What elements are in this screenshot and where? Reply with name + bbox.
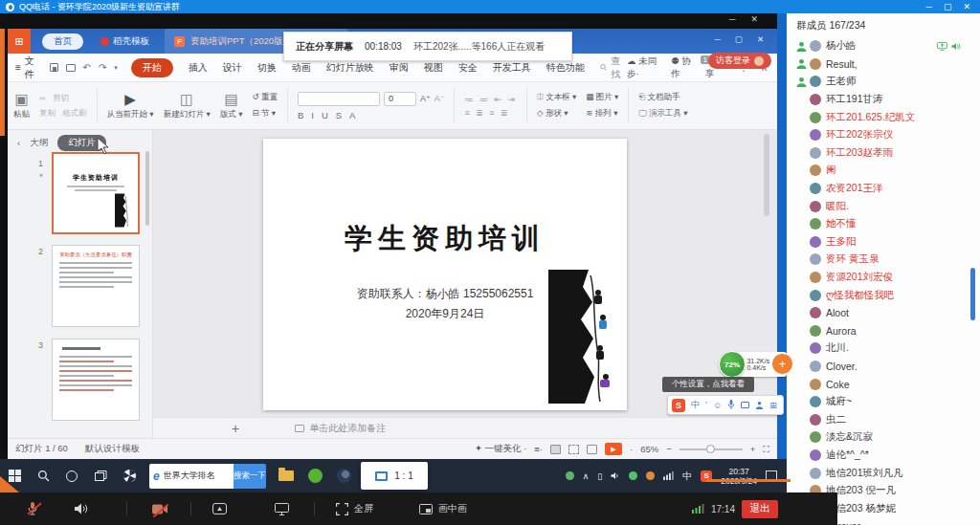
- picture-button[interactable]: ▦ 图片 ▾: [586, 92, 618, 103]
- slideshow-play-button[interactable]: ▶: [605, 443, 622, 455]
- member-row[interactable]: 地信201班刘凡凡: [787, 464, 980, 482]
- present-tools-button[interactable]: 🖵 演示工具 ▾: [638, 108, 687, 120]
- camera-muted-icon[interactable]: [152, 504, 167, 514]
- thumbnail-scrollbar[interactable]: [145, 151, 149, 226]
- slide-area-scrollbar[interactable]: [764, 134, 769, 216]
- format-painter-button[interactable]: 格式刷: [62, 108, 87, 120]
- member-row[interactable]: 资源201刘宏俊: [787, 269, 980, 287]
- share-close-icon[interactable]: ✕: [750, 14, 758, 24]
- copy-button[interactable]: 复制: [39, 108, 56, 120]
- guest-login-button[interactable]: 访客登录: [708, 53, 771, 69]
- font-family-select[interactable]: [298, 92, 380, 106]
- taskbar-search-input[interactable]: [164, 471, 223, 481]
- decrease-font-icon[interactable]: A⁻: [434, 94, 445, 103]
- soft-keyboard-icon[interactable]: [741, 402, 749, 408]
- tray-network-icon[interactable]: [663, 471, 674, 480]
- member-row[interactable]: 淡忘&沉寂: [787, 428, 980, 447]
- collab-button[interactable]: ⚉ 协作: [671, 55, 693, 80]
- layout-button[interactable]: ▤ 版式 ▾: [220, 86, 243, 125]
- reading-view-icon[interactable]: [587, 445, 597, 454]
- maximize-button[interactable]: ▢: [944, 2, 952, 11]
- member-row[interactable]: 环工201.625.纪凯文: [787, 108, 980, 126]
- share-screen-icon[interactable]: [212, 503, 227, 514]
- zoom-slider[interactable]: [679, 448, 743, 450]
- taskbar-search-bar[interactable]: e: [149, 464, 234, 489]
- menu-tab[interactable]: 插入: [189, 61, 208, 75]
- play-from-current-button[interactable]: ▶ 从当前开始 ▾: [107, 86, 154, 125]
- member-row[interactable]: 迪伦*^_^*: [787, 447, 980, 465]
- undo-icon[interactable]: ↶: [83, 62, 91, 73]
- tray-qq-icon[interactable]: [646, 471, 655, 480]
- format-button[interactable]: B: [298, 110, 303, 120]
- member-row[interactable]: 农资201王洋: [787, 180, 980, 198]
- slide-thumbnail-2[interactable]: 资助委员（生活委员兼任）职责: [52, 245, 140, 327]
- sync-status[interactable]: ☁ 未同步·: [627, 55, 658, 80]
- exit-call-button[interactable]: 退出: [742, 500, 778, 518]
- menu-tab[interactable]: 开发工具: [493, 61, 531, 75]
- skin-person-icon[interactable]: [755, 401, 764, 409]
- notes-toggle-icon[interactable]: ≡·: [534, 444, 543, 454]
- member-row[interactable]: 城府~: [787, 393, 980, 411]
- member-row[interactable]: Aloot: [787, 304, 980, 322]
- font-size-select[interactable]: 0: [384, 92, 416, 106]
- member-row[interactable]: ღ怪我都怪我吧: [787, 286, 980, 304]
- cut-icon[interactable]: ✂: [39, 94, 46, 103]
- tray-usb-icon[interactable]: [566, 471, 574, 480]
- slide-sorter-icon[interactable]: [568, 445, 579, 454]
- save-icon[interactable]: [50, 63, 58, 72]
- tray-battery-icon[interactable]: ▯: [597, 471, 602, 481]
- fullscreen-button[interactable]: 全屏: [336, 502, 373, 515]
- speaker-icon[interactable]: [75, 503, 88, 514]
- normal-view-icon[interactable]: [550, 445, 561, 454]
- menu-tab[interactable]: 动画: [292, 61, 311, 75]
- menu-tab[interactable]: 开始: [131, 58, 173, 77]
- panel-collapse-icon[interactable]: ‹: [17, 138, 20, 148]
- wps-minimize-button[interactable]: ─: [715, 34, 721, 44]
- add-slide-button[interactable]: +: [232, 421, 239, 436]
- design-template-label[interactable]: 默认设计模板: [85, 443, 140, 455]
- arrange-button[interactable]: ≋ 排列 ▾: [586, 108, 618, 120]
- menu-tab[interactable]: 特色功能: [546, 61, 585, 75]
- expand-panel-button[interactable]: +: [771, 353, 793, 375]
- print-icon[interactable]: [66, 64, 76, 72]
- member-row[interactable]: Coke: [787, 375, 980, 393]
- textbox-button[interactable]: ⎅ 文本框 ▾: [537, 92, 576, 103]
- member-row[interactable]: Clover.: [787, 358, 980, 376]
- taskbar-search-icon[interactable]: [29, 459, 57, 492]
- sogou-logo-icon[interactable]: S: [672, 399, 685, 412]
- menu-tab[interactable]: 切换: [257, 61, 277, 75]
- zoom-in-button[interactable]: +: [750, 444, 756, 454]
- whiteboard-icon[interactable]: [275, 503, 289, 515]
- tab-outline[interactable]: 大纲: [30, 137, 48, 149]
- taskbar-search-button[interactable]: 搜索一下: [234, 464, 266, 489]
- fit-window-icon[interactable]: ⛶: [763, 444, 769, 455]
- shape-button[interactable]: ◇ 形状 ▾: [537, 108, 576, 120]
- increase-font-icon[interactable]: A⁺: [420, 94, 431, 103]
- format-button[interactable]: S: [336, 110, 342, 120]
- app-circle-icon[interactable]: [329, 459, 358, 492]
- member-row[interactable]: 环工203赵孝雨: [787, 144, 980, 163]
- section-button[interactable]: ⊟ 节 ▾: [252, 108, 277, 120]
- member-row[interactable]: 暖阳.: [787, 197, 980, 215]
- wps-maximize-button[interactable]: ▢: [735, 34, 743, 44]
- zoom-slider-handle[interactable]: [706, 445, 715, 453]
- tray-ime-indicator[interactable]: 中: [682, 470, 692, 483]
- menu-tab[interactable]: 审阅: [390, 61, 409, 75]
- list-format-icons[interactable]: ≔ ≕ ⇤ ⇥: [464, 95, 517, 104]
- doc-assistant-button[interactable]: ⎗ 文档助手: [638, 92, 687, 103]
- menu-tab[interactable]: 视图: [424, 61, 443, 75]
- menu-tab[interactable]: 安全: [458, 61, 478, 75]
- quickbar-dropdown-icon[interactable]: ▾: [114, 64, 118, 72]
- tray-wechat-icon[interactable]: [629, 471, 637, 480]
- new-slide-button[interactable]: ◫ 新建幻灯片 ▾: [164, 86, 211, 125]
- 360-browser-icon[interactable]: [115, 459, 144, 492]
- wps-app-logo-icon[interactable]: ⊞: [8, 29, 31, 54]
- format-button[interactable]: A: [349, 110, 355, 120]
- zoom-out-button[interactable]: −: [666, 444, 672, 454]
- panel-divider[interactable]: [777, 13, 787, 525]
- file-menu[interactable]: ≡ 文件: [15, 55, 40, 81]
- voice-input-icon[interactable]: [727, 400, 735, 410]
- file-explorer-icon[interactable]: [272, 459, 301, 492]
- align-icons[interactable]: ≡ ≣ ≡ ≣: [464, 108, 517, 118]
- performance-ball[interactable]: 72%: [719, 351, 746, 378]
